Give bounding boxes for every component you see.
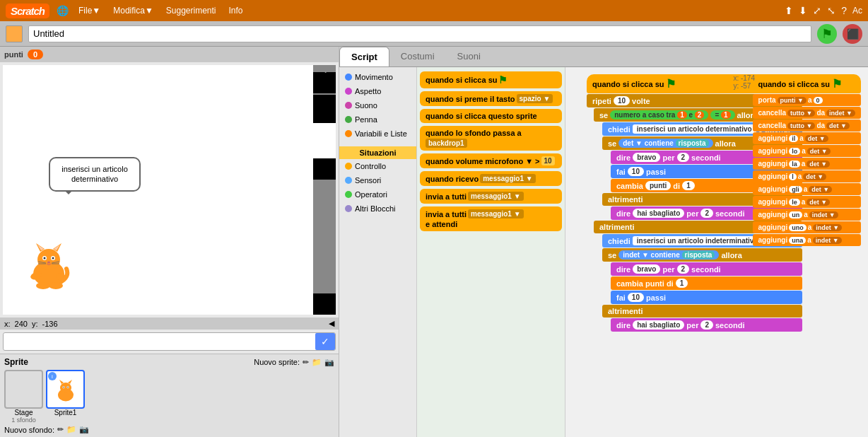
se2-text: se (608, 139, 616, 148)
camera-sprite-icon[interactable]: 📷 (324, 358, 334, 367)
chiedi-text: chiedi (608, 125, 631, 134)
block-backdrop[interactable]: quando lo sfondo passa a backdrop1 (420, 126, 562, 151)
globe-icon[interactable]: 🌐 (57, 5, 69, 16)
sec2-val: 2 (700, 209, 713, 218)
aggiungi-uno-block[interactable]: aggiungi uno a indet ▼ (753, 221, 861, 233)
upload-sfondo-icon[interactable]: 📁 (66, 425, 76, 434)
stop-button[interactable]: ⬛ (843, 24, 862, 44)
per-text: per (662, 153, 674, 162)
hat-text: quando si clicca su (592, 80, 664, 88)
upload-sprite-icon[interactable]: 📁 (312, 358, 322, 367)
category-altri[interactable]: Altri Blocchi (339, 202, 416, 216)
block-broadcast[interactable]: invia a tutti messaggio1 ▼ (420, 189, 562, 204)
expand-icon[interactable]: ⤢ (813, 5, 821, 16)
block-click-sprite-text: quando si clicca questo sprite (426, 112, 537, 120)
draw-sprite-icon[interactable]: ✏ (303, 358, 309, 367)
aggiungi-una-block[interactable]: aggiungi una a indet ▼ (753, 234, 861, 246)
aggiungi-un-block[interactable]: aggiungi un a indet ▼ (753, 209, 861, 221)
broadcast-dropdown[interactable]: messaggio1 ▼ (468, 192, 523, 201)
camera-sfondo-icon[interactable]: 📷 (79, 425, 89, 434)
upload-icon[interactable]: ⬆ (785, 5, 793, 16)
block-click-sprite[interactable]: quando si clicca questo sprite (420, 109, 562, 123)
numero-caso-block: numero a caso tra 1 e 2 (610, 110, 708, 120)
draw-sfondo-icon[interactable]: ✏ (57, 425, 64, 434)
script-area[interactable]: quando si clicca su ⚑ ripeti 10 volte (565, 67, 868, 437)
message-dropdown[interactable]: messaggio1 ▼ (480, 174, 535, 183)
resize-handle[interactable]: ◀ (329, 319, 334, 328)
aggiungi-l-block[interactable]: aggiungi l a det ▼ (753, 170, 861, 182)
menu-file[interactable]: File▼ (76, 6, 103, 16)
category-aspetto[interactable]: Aspetto (339, 84, 416, 98)
tab-costumi[interactable]: Costumi (389, 47, 446, 66)
block-key-press-text: quando si preme il tasto (426, 95, 515, 103)
project-title-input[interactable] (28, 25, 811, 42)
sprite1-thumbnail: i (46, 370, 85, 409)
movimento-label: Movimento (355, 73, 393, 81)
cambia-punti-2[interactable]: cambia punti di 1 (611, 276, 802, 290)
green-flag-button[interactable]: ⚑ (817, 24, 837, 44)
download-icon[interactable]: ⬇ (799, 5, 807, 16)
sprite1-item[interactable]: i Sprite1 (46, 370, 85, 424)
volume-value: 10 (541, 156, 555, 165)
block-microphone[interactable]: quando volume microfono ▼ > 10 (420, 153, 562, 168)
aggiungi-la-block[interactable]: aggiungi la a det ▼ (753, 158, 861, 170)
category-sensori[interactable]: Sensori (339, 173, 416, 187)
stage-item[interactable]: Stage 1 sfondo (4, 370, 43, 424)
porta-punti-block[interactable]: porta punti ▼ a 0 (753, 94, 861, 106)
di-text: di (673, 182, 680, 190)
category-variabili[interactable]: Variabili e Liste (339, 127, 416, 141)
else-body-2: dire hai sbagliato per 2 secondi (611, 318, 802, 332)
help-icon[interactable]: ? (841, 5, 847, 16)
tab-script[interactable]: Script (339, 47, 389, 66)
sprite-info-icon[interactable]: i (48, 372, 57, 380)
if-body-3: dire bravo per 2 secondi cambia punti di… (611, 262, 802, 304)
category-controllo[interactable]: Controllo (339, 159, 416, 173)
e-attendi-text: e attendi (426, 220, 457, 228)
aggiungi-le-block[interactable]: aggiungi le a det ▼ (753, 196, 861, 208)
dire-bravo-2[interactable]: dire bravo per 2 secondi (611, 262, 802, 276)
variabili-label: Variabili e Liste (355, 129, 407, 138)
aggiungi-lo-block[interactable]: aggiungi lo a det ▼ (753, 145, 861, 157)
punti-value: 0 (28, 49, 43, 59)
category-suono[interactable]: Suono (339, 98, 416, 112)
se-block-3[interactable]: se indet ▼ contiene risposta allora (602, 248, 802, 262)
right-hat-block[interactable]: quando si clicca su ⚑ (753, 74, 861, 93)
per2-text: per (686, 209, 698, 218)
search-confirm-button[interactable]: ✓ (315, 333, 335, 350)
operatori-dot (345, 191, 352, 198)
search-input[interactable] (4, 334, 315, 349)
broadcast-wait-dropdown[interactable]: messaggio1 ▼ (468, 209, 523, 218)
block-broadcast-wait[interactable]: invia a tutti messaggio1 ▼ e attendi (420, 206, 562, 231)
stage-canvas: inserisci un articolo determinativo (3, 65, 336, 315)
collapse-icon[interactable]: ⤡ (827, 5, 835, 16)
menu-suggerimenti[interactable]: Suggerimenti (163, 6, 219, 16)
block-key-press[interactable]: quando si preme il tasto spazio ▼ (420, 91, 562, 106)
speech-bubble-text: inserisci un articolo determinativo (61, 165, 128, 183)
category-movimento[interactable]: Movimento (339, 70, 416, 84)
aggiungi-il-block[interactable]: aggiungi il a det ▼ (753, 132, 861, 144)
menu-info[interactable]: Info (226, 6, 246, 16)
backdrop-dropdown[interactable]: backdrop1 (426, 139, 467, 148)
cancella-indet-block[interactable]: cancella tutto ▼ da indet ▼ (753, 107, 861, 119)
nuovo-sfondo-row: Nuovo sfondo: ✏ 📁 📷 (4, 425, 334, 434)
aspetto-dot (345, 88, 352, 95)
situazioni-header[interactable]: Situazioni (339, 146, 416, 159)
block-receive[interactable]: quando ricevo messaggio1 ▼ (420, 171, 562, 186)
aggiungi-gli-block[interactable]: aggiungi gli a det ▼ (753, 183, 861, 195)
passi-text: passi (646, 168, 666, 176)
cancella-det-block[interactable]: cancella tutto ▼ da det ▼ (753, 120, 861, 132)
cat-sprite (20, 235, 77, 293)
block-click-flag[interactable]: quando si clicca su ⚑ (420, 71, 562, 88)
black-block-3 (313, 158, 336, 180)
menu-modifica[interactable]: Modifica▼ (110, 6, 156, 16)
category-operatori[interactable]: Operatori (339, 187, 416, 202)
account-label[interactable]: Ac (852, 6, 862, 16)
category-penna[interactable]: Penna (339, 112, 416, 127)
key-dropdown[interactable]: spazio ▼ (517, 94, 553, 103)
tab-suoni[interactable]: Suoni (446, 47, 492, 66)
repeat-value: 10 (614, 96, 630, 105)
fai-passi-2[interactable]: fai 10 passi (611, 291, 802, 304)
main-area: punti 0 inserisci un articolo determinat… (0, 47, 868, 437)
suono-label: Suono (355, 101, 377, 110)
dire-sbagliato-2[interactable]: dire hai sbagliato per 2 secondi (611, 318, 802, 332)
